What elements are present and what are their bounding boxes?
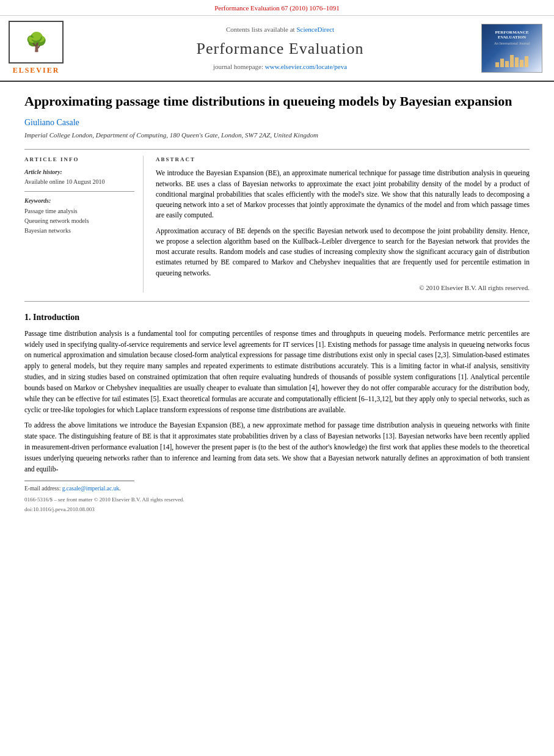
abstract-paragraph-1: We introduce the Bayesian Expansion (BE)… [156, 168, 530, 220]
elsevier-logo: 🌳 ELSEVIER [9, 21, 64, 76]
sciencedirect-link[interactable]: ScienceDirect [296, 26, 334, 33]
doi-text: doi:10.1016/j.peva.2010.08.003 [24, 506, 95, 512]
elsevier-logo-box: 🌳 [9, 21, 64, 64]
copyright-line: © 2010 Elsevier B.V. All rights reserved… [156, 283, 530, 293]
sciencedirect-line: Contents lists available at ScienceDirec… [226, 25, 334, 34]
article-title: Approximating passage time distributions… [24, 93, 530, 111]
contents-prefix: Contents lists available at [226, 26, 296, 33]
homepage-prefix: journal homepage: [213, 63, 265, 70]
keywords-section: Keywords: Passage time analysis Queueing… [24, 197, 134, 236]
footnote-divider [24, 481, 134, 481]
journal-cover-image: PERFORMANCEEVALUATION An International J… [481, 24, 542, 73]
author-affiliation: Imperial College London, Department of C… [24, 131, 530, 140]
article-info-column: ARTICLE INFO Article history: Available … [24, 156, 144, 293]
section-title-text: Introduction [33, 313, 79, 322]
cover-chart [490, 49, 534, 67]
email-label: E-mail address: [24, 485, 60, 492]
article-history-section: Article history: Available online 10 Aug… [24, 168, 134, 186]
abstract-text: We introduce the Bayesian Expansion (BE)… [156, 168, 530, 278]
header-divider [24, 149, 530, 150]
keyword-2: Queueing network models [24, 216, 134, 226]
keyword-3: Bayesian networks [24, 226, 134, 236]
introduction-section: 1. Introduction Passage time distributio… [24, 311, 530, 474]
journal-cover-section: PERFORMANCEEVALUATION An International J… [478, 21, 545, 76]
elsevier-label-text: ELSEVIER [13, 65, 60, 76]
citation-bar: Performance Evaluation 67 (2010) 1076–10… [0, 0, 554, 16]
cover-subtitle: An International Journal [494, 41, 530, 46]
journal-header: 🌳 ELSEVIER Contents lists available at S… [0, 16, 554, 82]
cover-bar-4 [510, 55, 514, 67]
cover-bar-1 [495, 62, 499, 67]
info-abstract-columns: ARTICLE INFO Article history: Available … [24, 156, 530, 293]
elsevier-tree-icon: 🌳 [25, 29, 48, 55]
cover-bar-6 [520, 60, 523, 67]
intro-paragraph-2: To address the above limitations we intr… [24, 420, 530, 474]
publisher-logo-section: 🌳 ELSEVIER [9, 21, 82, 76]
abstract-column: ABSTRACT We introduce the Bayesian Expan… [156, 156, 530, 293]
main-content: Approximating passage time distributions… [0, 82, 554, 520]
info-divider [24, 191, 134, 192]
cover-bar-7 [525, 56, 528, 67]
doi-line: doi:10.1016/j.peva.2010.08.003 [24, 506, 530, 514]
cover-bar-3 [505, 61, 509, 67]
intro-paragraph-1: Passage time distribution analysis is a … [24, 329, 530, 416]
intro-title: 1. Introduction [24, 311, 530, 324]
journal-header-center: Contents lists available at ScienceDirec… [88, 21, 472, 76]
keywords-label: Keywords: [24, 197, 134, 205]
abstract-paragraph-2: Approximation accuracy of BE depends on … [156, 226, 530, 278]
citation-text: Performance Evaluation 67 (2010) 1076–10… [214, 4, 340, 12]
history-label: Article history: [24, 168, 134, 176]
cover-bar-2 [500, 59, 504, 67]
keywords-list: Passage time analysis Queueing network m… [24, 206, 134, 236]
available-online: Available online 10 August 2010 [24, 178, 134, 186]
issn-text: 0166-5316/$ – see front matter © 2010 El… [24, 496, 184, 503]
issn-line: 0166-5316/$ – see front matter © 2010 El… [24, 496, 530, 504]
content-divider [24, 301, 530, 302]
cover-title: PERFORMANCEEVALUATION [495, 30, 528, 40]
homepage-link[interactable]: www.elsevier.com/locate/peva [265, 63, 347, 70]
author-name: Giuliano Casale [24, 117, 530, 129]
journal-title: Performance Evaluation [197, 38, 364, 60]
keyword-1: Passage time analysis [24, 206, 134, 216]
footnote-email: E-mail address: g.casale@imperial.ac.uk. [24, 485, 530, 493]
article-info-heading: ARTICLE INFO [24, 156, 134, 164]
email-link[interactable]: g.casale@imperial.ac.uk [62, 485, 119, 492]
cover-bar-5 [515, 57, 519, 67]
journal-homepage: journal homepage: www.elsevier.com/locat… [213, 62, 347, 71]
abstract-heading: ABSTRACT [156, 156, 530, 164]
page: Performance Evaluation 67 (2010) 1076–10… [0, 0, 554, 756]
section-number: 1. [24, 313, 31, 322]
